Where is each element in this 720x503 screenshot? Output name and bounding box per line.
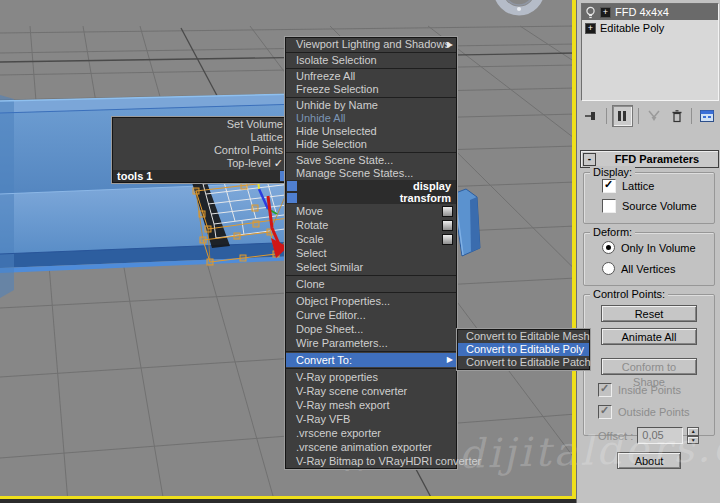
- convert-to-submenu: Convert to Editable Mesh Convert to Edit…: [457, 329, 590, 370]
- lattice-checkbox-row[interactable]: ✓ Lattice: [602, 179, 714, 193]
- quad-menu-main: Viewport Lighting and Shadows▶ Isolate S…: [285, 37, 457, 469]
- menu-item-dope-sheet[interactable]: Dope Sheet...: [286, 322, 456, 336]
- menu-item-hide-unselected[interactable]: Hide Unselected: [286, 125, 456, 138]
- menu-item-vray-properties[interactable]: V-Ray properties: [286, 370, 456, 384]
- collapse-icon[interactable]: -: [583, 153, 596, 166]
- show-end-result-icon[interactable]: [612, 105, 634, 127]
- spinner-down-icon[interactable]: ▼: [687, 436, 699, 445]
- settings-box-icon[interactable]: [442, 234, 453, 245]
- menu-item-save-scene-state[interactable]: Save Scene State...: [286, 154, 456, 167]
- menu-item-control-points[interactable]: Control Points: [113, 144, 291, 157]
- menu-item-convert-editable-patch[interactable]: Convert to Editable Patch: [458, 356, 589, 369]
- display-group: Display: ✓ Lattice Source Volume: [583, 172, 715, 224]
- quad-menu-tools: Set Volume Lattice Control Points Top-le…: [112, 117, 292, 183]
- quad-header-display[interactable]: display: [286, 180, 456, 192]
- menu-item-select[interactable]: Select: [286, 246, 456, 260]
- menu-item-lattice[interactable]: Lattice: [113, 131, 291, 144]
- menu-item-curve-editor[interactable]: Curve Editor...: [286, 308, 456, 322]
- menu-item-wire-parameters[interactable]: Wire Parameters...: [286, 336, 456, 350]
- submenu-arrow-icon: ▶: [447, 353, 453, 367]
- toolbar-separator: [638, 108, 639, 124]
- animate-all-button[interactable]: Animate All: [601, 328, 697, 345]
- rollout-title: FFD Parameters: [596, 153, 718, 165]
- submenu-arrow-icon: ▶: [447, 38, 453, 51]
- menu-item-vray-mesh-export[interactable]: V-Ray mesh export: [286, 398, 456, 412]
- settings-box-icon[interactable]: [442, 220, 453, 231]
- menu-item-manage-scene-states[interactable]: Manage Scene States...: [286, 167, 456, 180]
- offset-input[interactable]: 0,05: [637, 427, 683, 444]
- menu-separator: [286, 68, 456, 69]
- expand-plus-icon[interactable]: +: [600, 7, 611, 18]
- remove-modifier-icon[interactable]: [667, 106, 687, 126]
- toolbar-separator: [691, 108, 692, 124]
- checkmark-icon: ✓: [271, 157, 283, 169]
- offset-label: Offset :: [598, 430, 633, 442]
- pin-stack-icon[interactable]: [581, 106, 601, 126]
- menu-item-vray-scene-converter[interactable]: V-Ray scene converter: [286, 384, 456, 398]
- only-in-volume-radio[interactable]: [602, 241, 615, 254]
- offset-row: Offset : 0,05 ▲▼: [598, 427, 714, 444]
- quad-corner-icon: [287, 181, 297, 191]
- menu-separator: [286, 292, 456, 293]
- menu-item-convert-editable-mesh[interactable]: Convert to Editable Mesh: [458, 330, 589, 343]
- menu-separator: [286, 351, 456, 352]
- toolbar-separator: [606, 108, 607, 124]
- about-button[interactable]: About: [617, 452, 681, 469]
- deform-group: Deform: Only In Volume All Vertices: [583, 232, 715, 286]
- menu-separator: [286, 97, 456, 98]
- menu-item-unfreeze-all[interactable]: Unfreeze All: [286, 70, 456, 83]
- modifier-stack-row-ffd[interactable]: + FFD 4x4x4: [582, 4, 718, 20]
- configure-modifier-sets-icon[interactable]: [697, 106, 717, 126]
- menu-item-viewport-lighting[interactable]: Viewport Lighting and Shadows▶: [286, 38, 456, 51]
- menu-separator: [286, 152, 456, 153]
- menu-item-vray-vfb[interactable]: V-Ray VFB: [286, 412, 456, 426]
- make-unique-icon[interactable]: [644, 106, 664, 126]
- menu-item-set-volume[interactable]: Set Volume: [113, 118, 291, 131]
- menu-item-move[interactable]: Move: [286, 204, 456, 218]
- menu-item-scale[interactable]: Scale: [286, 232, 456, 246]
- only-in-volume-radio-row[interactable]: Only In Volume: [602, 241, 714, 254]
- quad-header-transform[interactable]: transform: [286, 192, 456, 204]
- menu-item-convert-to[interactable]: Convert To:▶: [286, 353, 456, 367]
- outside-points-checkbox-row: ✓ Outside Points: [598, 405, 714, 419]
- menu-item-vray-bitmap-converter[interactable]: V-Ray Bitmap to VRayHDRI converter: [286, 454, 456, 468]
- menu-item-hide-selection[interactable]: Hide Selection: [286, 138, 456, 151]
- menu-separator: [286, 275, 456, 276]
- menu-item-clone[interactable]: Clone: [286, 277, 456, 291]
- menu-item-vrscene-animation-exporter[interactable]: .vrscene animation exporter: [286, 440, 456, 454]
- menu-separator: [286, 52, 456, 53]
- reset-button[interactable]: Reset: [601, 305, 697, 322]
- menu-item-object-properties[interactable]: Object Properties...: [286, 294, 456, 308]
- modifier-stack-list[interactable]: + FFD 4x4x4 + Editable Poly: [581, 3, 719, 101]
- control-points-group-legend: Control Points:: [590, 288, 668, 300]
- quad-corner-icon: [287, 193, 297, 203]
- active-viewport-border-right: [572, 0, 576, 499]
- quad-header-tools[interactable]: tools 1: [113, 170, 291, 182]
- expand-plus-icon[interactable]: +: [585, 23, 596, 34]
- menu-item-select-similar[interactable]: Select Similar: [286, 260, 456, 274]
- menu-item-rotate[interactable]: Rotate: [286, 218, 456, 232]
- offset-spinner[interactable]: ▲▼: [687, 427, 699, 444]
- bottom-strip: [0, 499, 576, 503]
- all-vertices-radio[interactable]: [602, 262, 615, 275]
- menu-item-vrscene-exporter[interactable]: .vrscene exporter: [286, 426, 456, 440]
- menu-separator: [286, 368, 456, 369]
- menu-item-convert-editable-poly[interactable]: Convert to Editable Poly: [458, 343, 589, 356]
- menu-item-top-level[interactable]: Top-level✓: [113, 157, 291, 170]
- outside-points-checkbox: ✓: [598, 405, 612, 419]
- menu-item-unhide-by-name[interactable]: Unhide by Name: [286, 99, 456, 112]
- spinner-up-icon[interactable]: ▲: [687, 427, 699, 436]
- inside-points-checkbox-row: ✓ Inside Points: [598, 383, 714, 397]
- lattice-checkbox[interactable]: ✓: [602, 179, 616, 193]
- settings-box-icon[interactable]: [442, 206, 453, 217]
- source-volume-checkbox-row[interactable]: Source Volume: [602, 199, 714, 213]
- menu-item-isolate-selection[interactable]: Isolate Selection: [286, 54, 456, 67]
- source-volume-checkbox[interactable]: [602, 199, 616, 213]
- lightbulb-icon[interactable]: [585, 6, 596, 19]
- control-points-group: Control Points: Reset Animate All Confor…: [583, 294, 715, 436]
- conform-to-shape-button: Conform to Shape: [601, 358, 697, 375]
- modifier-stack-row-editable-poly[interactable]: + Editable Poly: [582, 20, 718, 36]
- all-vertices-radio-row[interactable]: All Vertices: [602, 262, 714, 275]
- menu-item-freeze-selection[interactable]: Freeze Selection: [286, 83, 456, 96]
- modifier-stack-toolbar: [581, 104, 717, 128]
